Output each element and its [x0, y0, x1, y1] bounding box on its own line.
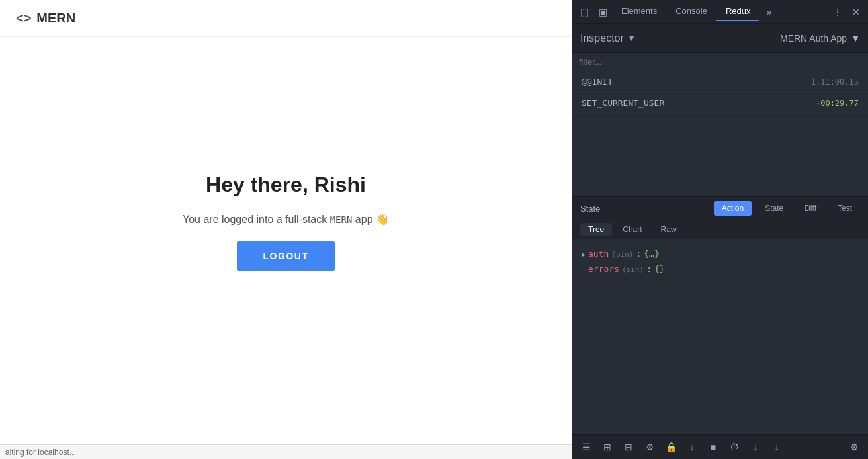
toolbar-btn-timer[interactable]: ⏱ [724, 437, 744, 457]
main-app: <> MERN Hey there, Rishi You are logged … [0, 0, 572, 459]
tree-value-auth: {…} [644, 246, 659, 261]
tree-view: ▶ auth (pin) : {…} ▶ errors (pin) : {} [572, 239, 868, 434]
inspector-label: Inspector [580, 32, 624, 44]
tab-test[interactable]: Test [830, 201, 860, 216]
tree-colon-auth: : [636, 246, 641, 261]
kebab-menu-icon[interactable]: ⋮ [828, 3, 847, 21]
inspector-dropdown-icon[interactable]: ▼ [628, 34, 636, 43]
app-name-label: MERN Auth App [780, 33, 847, 44]
toolbar-btn-1[interactable]: ☰ [576, 437, 596, 457]
greeting-bold: Hey there, [206, 173, 308, 196]
subtab-raw[interactable]: Raw [653, 223, 685, 236]
inspector-header: Inspector ▼ MERN Auth App ▼ [572, 24, 868, 53]
toolbar-btn-lock[interactable]: 🔒 [661, 437, 681, 457]
tab-elements[interactable]: Elements [612, 2, 666, 21]
toolbar-btn-down2[interactable]: ↓ [746, 437, 765, 457]
tree-colon-errors: : [646, 261, 652, 276]
action-timestamp-init: 1:11:00.15 [811, 77, 859, 87]
status-bar: aiting for localhost... [0, 444, 572, 459]
inspector-title: Inspector ▼ [580, 32, 636, 44]
tree-pin-errors: (pin) [622, 263, 644, 276]
action-list: @@INIT 1:11:00.15 SET_CURRENT_USER +00:2… [572, 71, 868, 197]
tab-redux[interactable]: Redux [716, 2, 760, 21]
bottom-section: State Action State Diff Test Tree Chart … [572, 197, 868, 459]
toolbar-btn-2[interactable]: ⊞ [597, 437, 617, 457]
action-timestamp-set-user: +00:29.77 [816, 99, 859, 108]
app-dropdown-icon[interactable]: ▼ [851, 33, 860, 44]
subtab-chart[interactable]: Chart [615, 223, 650, 236]
devtools-panel: ⬚ ▣ Elements Console Redux » ⋮ ✕ Inspect… [572, 0, 868, 459]
app-content: Hey there, Rishi You are logged into a f… [0, 37, 572, 459]
tree-pin-auth: (pin) [611, 248, 633, 261]
app-header: <> MERN [0, 0, 572, 37]
state-header: State Action State Diff Test [572, 197, 868, 220]
action-item-init[interactable]: @@INIT 1:11:00.15 [572, 71, 868, 93]
tree-item-auth[interactable]: ▶ auth (pin) : {…} [582, 246, 859, 261]
close-devtools-icon[interactable]: ✕ [847, 3, 865, 21]
sub-tabs: Tree Chart Raw [572, 220, 868, 239]
toolbar-btn-3[interactable]: ⊟ [619, 437, 638, 457]
tab-state[interactable]: State [757, 201, 791, 216]
filter-bar [572, 53, 868, 71]
app-logo: <> MERN [16, 11, 75, 26]
state-label: State [580, 204, 600, 214]
logo-text: MERN [36, 11, 75, 26]
subtitle-start: You are logged into a full-stack [183, 214, 330, 225]
action-name-set-user: SET_CURRENT_USER [582, 98, 664, 108]
filter-input[interactable] [579, 57, 861, 67]
toolbar-btn-gear[interactable]: ⚙ [844, 437, 864, 457]
devtools-inspect-icon[interactable]: ⬚ [575, 3, 593, 21]
greeting: Hey there, Rishi [206, 173, 366, 197]
inspector-app-title: MERN Auth App ▼ [780, 33, 860, 44]
status-text: aiting for localhost... [5, 448, 76, 457]
tree-item-errors[interactable]: ▶ errors (pin) : {} [582, 261, 859, 276]
devtools-topbar: ⬚ ▣ Elements Console Redux » ⋮ ✕ [572, 0, 868, 24]
tab-diff[interactable]: Diff [797, 201, 824, 216]
devtools-toolbar: ☰ ⊞ ⊟ ⚙ 🔒 ↓ ■ ⏱ ↓ ↓ ⚙ [572, 434, 868, 459]
subtitle: You are logged into a full-stack MERN ap… [183, 213, 389, 226]
tree-key-errors: errors [588, 261, 619, 276]
toolbar-btn-settings[interactable]: ⚙ [640, 437, 660, 457]
subtitle-end: app 👋 [352, 214, 389, 225]
more-tabs-icon[interactable]: » [760, 3, 778, 21]
tab-console[interactable]: Console [666, 2, 716, 21]
tree-key-auth: auth [588, 246, 609, 261]
subtitle-code: MERN [330, 214, 353, 225]
greeting-name: Rishi [308, 173, 366, 196]
action-item-set-user[interactable]: SET_CURRENT_USER +00:29.77 [572, 93, 868, 114]
toolbar-btn-down3[interactable]: ↓ [767, 437, 787, 457]
tab-action[interactable]: Action [714, 201, 752, 216]
tree-value-errors: {} [654, 261, 665, 276]
toolbar-btn-stop[interactable]: ■ [703, 437, 723, 457]
subtab-tree[interactable]: Tree [580, 223, 612, 236]
logout-button[interactable]: LOGOUT [237, 241, 335, 271]
expand-icon-auth[interactable]: ▶ [582, 249, 586, 261]
action-name-init: @@INIT [582, 77, 613, 87]
logo-code-icon: <> [16, 11, 31, 26]
toolbar-btn-down1[interactable]: ↓ [682, 437, 702, 457]
devtools-device-icon[interactable]: ▣ [593, 3, 612, 21]
